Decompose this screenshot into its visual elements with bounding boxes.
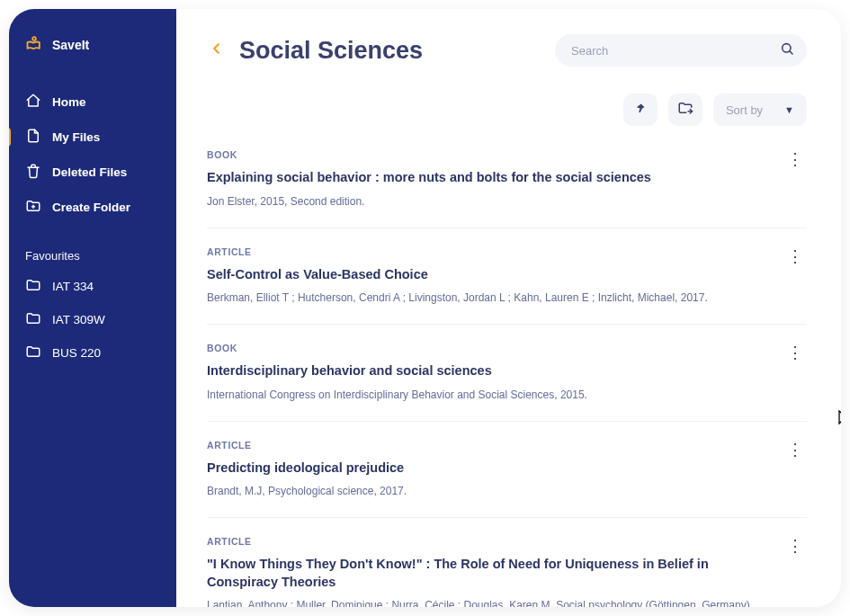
nav-item-deleted-files[interactable]: Deleted Files xyxy=(25,163,160,182)
favourite-item[interactable]: IAT 334 xyxy=(25,277,160,296)
toolbar: Sort by ▼ xyxy=(207,94,807,126)
page-title: Social Sciences xyxy=(239,37,423,65)
item-list: BOOKExplaining social behavior : more nu… xyxy=(207,149,807,607)
pin-button[interactable] xyxy=(623,94,658,126)
kebab-icon: ⋮ xyxy=(787,247,803,265)
kebab-icon: ⋮ xyxy=(787,344,803,362)
kebab-icon: ⋮ xyxy=(787,441,803,459)
favourite-item[interactable]: BUS 220 xyxy=(25,344,160,362)
home-icon xyxy=(25,93,41,112)
nav-label: Deleted Files xyxy=(52,165,127,179)
item-meta: Jon Elster, 2015, Second edition. xyxy=(207,193,807,210)
item-type: BOOK xyxy=(207,149,807,160)
item-meta: International Congress on Interdisciplin… xyxy=(207,387,807,403)
list-item[interactable]: BOOKExplaining social behavior : more nu… xyxy=(207,149,807,228)
nav-item-my-files[interactable]: My Files xyxy=(25,128,160,147)
item-title: Explaining social behavior : more nuts a… xyxy=(207,169,807,187)
svg-point-0 xyxy=(32,37,36,40)
folder-plus-icon xyxy=(25,198,41,217)
item-menu-button[interactable]: ⋮ xyxy=(783,440,807,460)
item-meta: Berkman, Elliot T ; Hutcherson, Cendri A… xyxy=(207,290,807,306)
search-icon[interactable] xyxy=(780,41,794,59)
item-type: ARTICLE xyxy=(207,536,807,547)
pin-icon xyxy=(633,102,647,119)
sort-button[interactable]: Sort by ▼ xyxy=(713,94,807,126)
main-content: Social Sciences Sort by ▼ xyxy=(176,9,841,607)
nav-item-home[interactable]: Home xyxy=(25,93,160,112)
item-meta: Lantian, Anthony ; Muller, Dominique ; N… xyxy=(207,597,807,607)
folder-icon xyxy=(25,344,41,362)
folder-icon xyxy=(25,310,41,329)
chevron-down-icon: ▼ xyxy=(784,104,794,115)
back-button[interactable] xyxy=(207,35,227,66)
brand-label: SaveIt xyxy=(52,38,89,52)
item-menu-button[interactable]: ⋮ xyxy=(783,343,807,362)
list-item[interactable]: ARTICLESelf-Control as Value-Based Choic… xyxy=(207,246,807,326)
trash-icon xyxy=(25,163,41,182)
move-button[interactable] xyxy=(668,94,702,126)
item-title: Interdisciplinary behavior and social sc… xyxy=(207,362,807,380)
nav-label: Create Folder xyxy=(52,201,130,214)
item-type: ARTICLE xyxy=(207,246,807,257)
sort-label: Sort by xyxy=(726,103,763,117)
favourite-label: IAT 334 xyxy=(52,280,94,293)
list-item[interactable]: ARTICLE"I Know Things They Don't Know!" … xyxy=(207,536,807,607)
favourites-heading: Favourites xyxy=(25,249,160,263)
list-item[interactable]: BOOKInterdisciplinary behavior and socia… xyxy=(207,343,807,422)
favourite-item[interactable]: IAT 309W xyxy=(25,310,160,329)
app-window: SaveIt Home My Files Deleted Files xyxy=(9,9,841,607)
brand: SaveIt xyxy=(25,34,160,55)
cursor-icon xyxy=(837,409,841,430)
search-wrap xyxy=(555,34,807,67)
nav-list: Home My Files Deleted Files Create Folde… xyxy=(25,93,160,233)
brand-icon xyxy=(25,34,43,55)
favourite-label: IAT 309W xyxy=(52,313,105,326)
item-type: ARTICLE xyxy=(207,440,807,451)
item-title: Predicting ideological prejudice xyxy=(207,460,807,478)
sidebar: SaveIt Home My Files Deleted Files xyxy=(9,9,176,607)
item-menu-button[interactable]: ⋮ xyxy=(783,149,807,169)
item-title: "I Know Things They Don't Know!" : The R… xyxy=(207,556,807,591)
header-row: Social Sciences xyxy=(207,34,807,67)
item-type: BOOK xyxy=(207,343,807,353)
item-meta: Brandt, M.J, Psychological science, 2017… xyxy=(207,483,807,499)
folder-move-icon xyxy=(677,100,693,120)
file-icon xyxy=(25,128,41,147)
item-menu-button[interactable]: ⋮ xyxy=(783,246,807,266)
nav-item-create-folder[interactable]: Create Folder xyxy=(25,198,160,217)
search-input[interactable] xyxy=(555,34,807,67)
nav-label: Home xyxy=(52,95,86,109)
favourite-label: BUS 220 xyxy=(52,346,101,360)
item-menu-button[interactable]: ⋮ xyxy=(783,536,807,556)
item-title: Self-Control as Value-Based Choice xyxy=(207,266,807,284)
nav-label: My Files xyxy=(52,130,100,144)
kebab-icon: ⋮ xyxy=(787,150,803,168)
folder-icon xyxy=(25,277,41,296)
kebab-icon: ⋮ xyxy=(787,537,803,555)
svg-line-2 xyxy=(790,51,792,54)
list-item[interactable]: ARTICLEPredicting ideological prejudiceB… xyxy=(207,440,807,519)
